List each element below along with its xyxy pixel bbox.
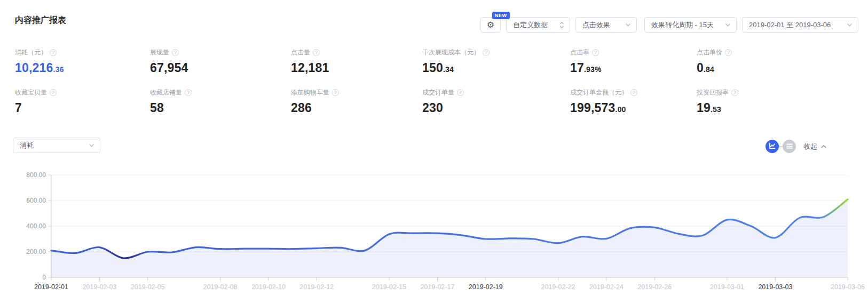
- x-axis-label: 2019-03-01: [710, 283, 744, 291]
- table-view-toggle[interactable]: [783, 140, 796, 153]
- help-icon[interactable]: ?: [725, 49, 732, 56]
- metric-label: 成交订单量 ?: [422, 88, 570, 97]
- x-axis-label: 2019-02-19: [469, 283, 503, 291]
- click-effect-select[interactable]: 点击效果: [575, 17, 637, 33]
- y-axis-label: 0: [42, 274, 46, 281]
- x-axis-label: 2019-03-03: [758, 283, 792, 291]
- date-range-select-label: 2019-02-01 至 2019-03-06: [743, 20, 831, 30]
- metric-label: 收藏店铺量 ?: [150, 88, 291, 97]
- chevron-down-icon: [625, 23, 636, 27]
- metric-value: 150.34: [422, 61, 570, 75]
- metric-value: 0.84: [697, 61, 868, 75]
- metric-card: 点击率 ? 17.93%: [570, 46, 697, 86]
- y-axis-label: 400.00: [26, 222, 46, 230]
- help-icon[interactable]: ?: [50, 89, 57, 96]
- metric-value: 199,573.00: [570, 101, 697, 115]
- metric-card: 成交订单量 ? 230: [422, 86, 570, 126]
- chart-view-toggles: 收起: [766, 140, 827, 153]
- conversion-period-select[interactable]: 效果转化周期 - 15天: [644, 17, 737, 33]
- metric-card: 点击单价 ? 0.84: [697, 46, 868, 86]
- click-effect-select-label: 点击效果: [576, 20, 610, 30]
- metric-label: 添加购物车量 ?: [291, 88, 422, 97]
- page-title: 内容推广报表: [15, 15, 66, 26]
- metric-card: 收藏店铺量 ? 58: [150, 86, 291, 126]
- x-axis-label: 2019-02-12: [299, 283, 334, 291]
- settings-gear-button[interactable]: ⚙: [480, 17, 501, 33]
- conversion-period-select-label: 效果转化周期 - 15天: [645, 20, 714, 30]
- metric-label: 成交订单金额（元） ?: [570, 88, 697, 97]
- x-axis-label: 2019-02-26: [637, 283, 672, 291]
- metric-label: 展现量 ?: [150, 48, 291, 57]
- chart-metric-select-label: 消耗: [13, 141, 34, 150]
- collapse-label: 收起: [803, 142, 817, 152]
- metric-value: 19.53: [697, 101, 868, 115]
- metric-card: 添加购物车量 ? 286: [291, 86, 422, 126]
- toggle-divider: [779, 146, 783, 147]
- chevron-up-icon: [820, 142, 827, 150]
- x-axis-label: 2019-02-01: [34, 283, 68, 291]
- metric-value: 10,216.36: [15, 61, 150, 75]
- metric-card: 消耗（元） ? 10,216.36: [15, 46, 150, 86]
- metric-label: 投资回报率 ?: [697, 88, 868, 97]
- y-axis-label: 600.00: [26, 197, 46, 204]
- help-icon[interactable]: ?: [630, 89, 637, 96]
- metric-card: 收藏宝贝量 ? 7: [15, 86, 150, 126]
- chevron-down-icon: [89, 143, 100, 147]
- metric-value: 12,181: [291, 61, 422, 75]
- metric-card: 点击量 ? 12,181: [291, 46, 422, 86]
- metric-value: 7: [15, 101, 150, 115]
- line-chart-icon: [769, 142, 776, 152]
- date-range-select[interactable]: 2019-02-01 至 2019-03-06: [742, 17, 858, 33]
- metric-value: 67,954: [150, 61, 291, 75]
- metrics-grid: 消耗（元） ? 10,216.36 展现量 ? 67,954 点击量 ? 12,…: [0, 46, 868, 126]
- x-axis-label: 2019-02-03: [82, 283, 116, 291]
- chart-area: [51, 200, 848, 277]
- x-axis-label: 2019-02-05: [131, 283, 165, 291]
- help-icon[interactable]: ?: [50, 49, 57, 56]
- chevron-down-icon: [847, 23, 858, 27]
- list-icon: [786, 142, 793, 152]
- help-icon[interactable]: ?: [483, 49, 490, 56]
- metric-card: 展现量 ? 67,954: [150, 46, 291, 86]
- help-icon[interactable]: ?: [731, 89, 738, 96]
- x-axis-label: 2019-03-06: [831, 283, 865, 291]
- help-icon[interactable]: ?: [457, 89, 464, 96]
- x-axis-label: 2019-02-24: [589, 283, 624, 291]
- metric-card: 千次展现成本（元） ? 150.34: [422, 46, 570, 86]
- help-icon[interactable]: ?: [332, 89, 339, 96]
- line-chart-toggle[interactable]: [766, 140, 779, 153]
- custom-data-select[interactable]: 自定义数据: [506, 17, 570, 33]
- help-icon[interactable]: ?: [313, 49, 320, 56]
- metric-label: 点击单价 ?: [697, 48, 868, 57]
- x-axis-label: 2019-02-17: [420, 283, 454, 291]
- metric-card: 投资回报率 ? 19.53: [697, 86, 868, 126]
- consumption-trend-chart[interactable]: 0200.00400.00600.00800.002019-02-012019-…: [0, 160, 868, 295]
- metric-label: 收藏宝贝量 ?: [15, 88, 150, 97]
- x-axis-label: 2019-02-08: [203, 283, 238, 291]
- metric-label: 点击率 ?: [570, 48, 697, 57]
- gear-icon: ⚙: [487, 21, 494, 29]
- chevron-down-icon: [725, 23, 736, 27]
- metric-label: 千次展现成本（元） ?: [422, 48, 570, 57]
- x-axis-label: 2019-02-22: [541, 283, 575, 291]
- collapse-button[interactable]: 收起: [803, 142, 827, 152]
- x-axis-label: 2019-02-15: [372, 283, 406, 291]
- metric-label: 消耗（元） ?: [15, 48, 150, 57]
- updown-caret-icon: [559, 21, 570, 29]
- new-badge: NEW: [492, 12, 510, 19]
- help-icon[interactable]: ?: [185, 89, 192, 96]
- metric-value: 230: [422, 101, 570, 115]
- y-axis-label: 800.00: [26, 171, 46, 179]
- x-axis-label: 2019-02-10: [251, 283, 286, 291]
- metric-value: 17.93%: [570, 61, 697, 75]
- custom-data-select-label: 自定义数据: [507, 20, 548, 30]
- metric-card: 成交订单金额（元） ? 199,573.00: [570, 86, 697, 126]
- metric-value: 58: [150, 101, 291, 115]
- y-axis-label: 200.00: [26, 248, 46, 256]
- metric-label: 点击量 ?: [291, 48, 422, 57]
- help-icon[interactable]: ?: [592, 49, 599, 56]
- metric-value: 286: [291, 101, 422, 115]
- help-icon[interactable]: ?: [172, 49, 179, 56]
- chart-metric-select[interactable]: 消耗: [13, 138, 100, 153]
